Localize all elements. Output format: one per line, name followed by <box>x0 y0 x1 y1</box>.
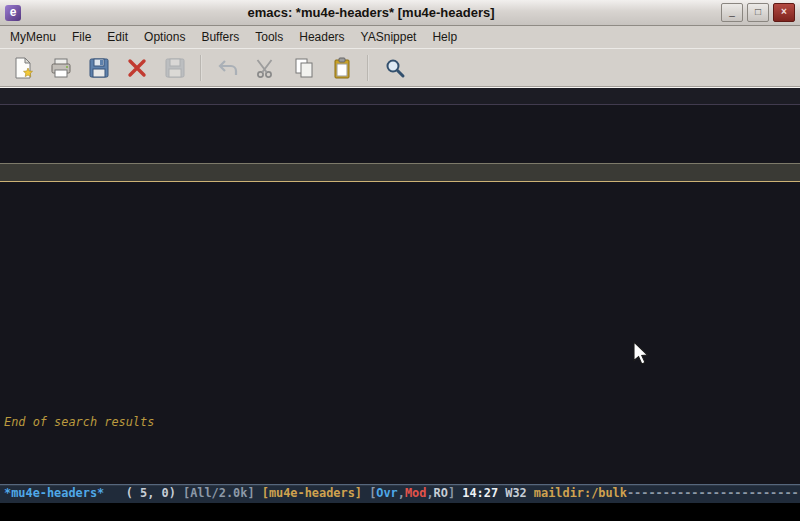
message-row[interactable]: 2012-08-10 uN 'Mash (Thomas Herbert) | R… <box>0 371 800 386</box>
end-of-results-text: End of search results <box>0 415 800 430</box>
close-buffer-icon[interactable] <box>120 53 153 83</box>
buffer-area: ▼ Date Flgs From/To Subject D -> delete … <box>0 87 800 521</box>
emacs-app-icon: e <box>5 5 21 21</box>
message-row[interactable]: D -> delete uN Andreas Röhler | Re: movi… <box>0 105 800 120</box>
menu-yasnippet[interactable]: YASnippet <box>353 27 425 47</box>
message-row[interactable]: d -> trash 0 uN Thierry Volpiatto | Re: … <box>0 211 800 226</box>
toolbar <box>0 48 800 87</box>
message-row[interactable]: 2012-08-10 uN Bastien | Re: [O] [PATCH] … <box>0 255 800 270</box>
cut-icon[interactable] <box>249 53 282 83</box>
message-row[interactable]: 2012-08-10 uN HardKor | Question about k… <box>0 182 800 197</box>
toolbar-separator <box>367 55 369 81</box>
message-row[interactable]: d -> trash 0 S webmaster@straightd... | … <box>0 313 800 328</box>
paste-icon[interactable] <box>325 53 358 83</box>
modeline-segment: 14:27 <box>462 486 505 500</box>
modeline-segment: Ovr <box>376 486 397 500</box>
message-list: D -> delete uN Andreas Röhler | Re: movi… <box>0 105 800 415</box>
message-row[interactable]: 2012-08-10 uN Bastien | Re: [O] my captu… <box>0 163 800 182</box>
message-row[interactable]: 2012-08-09 uN robertcInSD | Re: Invoking… <box>0 400 800 415</box>
modeline-segment: -------------------------------- <box>627 486 800 500</box>
message-row[interactable]: 2012-08-10 uN Xan Lopez - Re: Videos fro… <box>0 225 800 240</box>
menu-headers[interactable]: Headers <box>291 27 352 47</box>
message-row[interactable]: d -> trash 0 S Juanjo Marin - Re: Videos… <box>0 240 800 255</box>
modeline-segment: Mod <box>405 486 426 500</box>
maximize-button[interactable]: □ <box>747 3 769 22</box>
minimize-button[interactable]: _ <box>721 3 743 22</box>
close-button[interactable]: × <box>773 3 795 22</box>
window-title: emacs: *mu4e-headers* [mu4e-headers] <box>25 5 717 20</box>
menu-tools[interactable]: Tools <box>247 27 291 47</box>
message-row[interactable]: 2012-08-10 uN Mario Sanchez Prada | Expo… <box>0 134 800 149</box>
copy-icon[interactable] <box>287 53 320 83</box>
modeline-segment: , <box>426 486 433 500</box>
message-row[interactable]: 2012-08-10 S Francesco Mazzoli | Slow NN… <box>0 328 800 343</box>
modeline-segment: *mu4e-headers* <box>4 486 104 500</box>
modeline-segment: ] <box>448 486 462 500</box>
message-row[interactable]: 2012-08-10 uN Frans Oilinki | GTK3 depre… <box>0 196 800 211</box>
modeline-segment: [mu4e-headers] <box>262 486 369 500</box>
message-row[interactable]: 2012-08-10 uN Florian Müllner \ Re: Comp… <box>0 357 800 372</box>
modeline-segment: ( 5, 0) <box>104 486 183 500</box>
modeline-segment: RO <box>434 486 448 500</box>
message-row[interactable]: 2012-08-10 uN Bastien | Re: [O] Birthday… <box>0 148 800 163</box>
save-icon[interactable] <box>82 53 115 83</box>
menu-buffers[interactable]: Buffers <box>193 27 247 47</box>
message-row[interactable]: 2012-08-10 S Lanoxx + Re: Compiling glib… <box>0 342 800 357</box>
echo-area[interactable] <box>0 503 800 521</box>
headers-column-row: ▼ Date Flgs From/To Subject <box>0 88 800 105</box>
new-file-icon[interactable] <box>6 53 39 83</box>
undo-icon[interactable] <box>211 53 244 83</box>
message-row[interactable]: 2012-08-10 S Bastien + Re: [O] Using org… <box>0 284 800 299</box>
menubar: MyMenuFileEditOptionsBuffersToolsHeaders… <box>0 26 800 48</box>
modeline-segment: , <box>398 486 405 500</box>
message-row[interactable]: 2012-08-10 S Suvayu Ali | Re: Emacs for … <box>0 386 800 401</box>
print-icon[interactable] <box>44 53 77 83</box>
modeline-segment: W32 <box>505 486 534 500</box>
menu-options[interactable]: Options <box>136 27 193 47</box>
empty-buffer-space <box>0 430 800 484</box>
menu-help[interactable]: Help <box>424 27 465 47</box>
modeline: *mu4e-headers* ( 5, 0) [All/2.0k] [mu4e-… <box>0 484 800 503</box>
menu-file[interactable]: File <box>64 27 99 47</box>
message-row[interactable]: 2012-08-10 S Michael Welle \ Re: [O] Usi… <box>0 298 800 313</box>
modeline-segment: [All/2.0k] <box>183 486 262 500</box>
modeline-segment: maildir:/bulk <box>534 486 627 500</box>
emacs-window: e emacs: *mu4e-headers* [mu4e-headers] _… <box>0 0 800 521</box>
message-row[interactable]: 2012-08-10 uaN Bastien | Re: [O] Add the… <box>0 269 800 284</box>
menu-mymenu[interactable]: MyMenu <box>2 27 64 47</box>
message-row[interactable]: D -> delete uaN Bastien | Re: [O] possib… <box>0 119 800 134</box>
title-bar: e emacs: *mu4e-headers* [mu4e-headers] _… <box>0 0 800 26</box>
save-as-icon[interactable] <box>158 53 191 83</box>
toolbar-separator <box>200 55 202 81</box>
search-icon[interactable] <box>378 53 411 83</box>
menu-edit[interactable]: Edit <box>99 27 136 47</box>
